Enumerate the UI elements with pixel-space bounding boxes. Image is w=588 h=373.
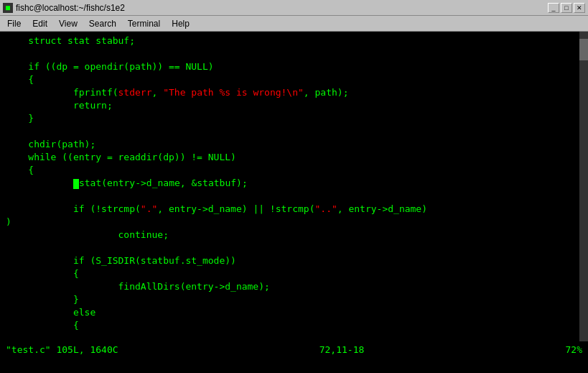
code-line-10: while ((entry = readdir(dp)) != NULL): [6, 151, 582, 164]
code-line-4: {: [6, 73, 582, 86]
window-title: fishc@localhost:~/fishc/s1e2: [16, 3, 125, 13]
terminal-icon: ■: [3, 3, 13, 13]
menu-search[interactable]: Search: [83, 17, 122, 30]
cursor: [73, 179, 79, 189]
code-line-1: struct stat stabuf;: [6, 34, 582, 47]
code-line-8: [6, 125, 582, 138]
scrollbar[interactable]: [579, 32, 588, 341]
code-line-9: chdir(path);: [6, 138, 582, 151]
code-line-6: return;: [6, 99, 582, 112]
code-line-15: ): [6, 216, 582, 229]
maximize-button[interactable]: □: [561, 3, 572, 13]
code-line-12: stat(entry->d_name, &statbuf);: [6, 177, 582, 190]
status-file-info: "test.c" 105L, 1640C: [6, 344, 118, 355]
code-line-13: [6, 190, 582, 203]
menu-view[interactable]: View: [53, 17, 83, 30]
close-button[interactable]: ✕: [574, 3, 585, 13]
menu-edit[interactable]: Edit: [27, 17, 53, 30]
terminal-area[interactable]: struct stat stabuf; if ((dp = opendir(pa…: [0, 32, 588, 357]
code-line-21: }: [6, 293, 582, 306]
code-content: struct stat stabuf; if ((dp = opendir(pa…: [0, 34, 588, 332]
menu-file[interactable]: File: [1, 17, 27, 30]
menu-bar: File Edit View Search Terminal Help: [0, 16, 588, 32]
code-line-16: continue;: [6, 229, 582, 241]
code-line-7: }: [6, 112, 582, 125]
scrollbar-thumb[interactable]: [579, 39, 588, 60]
code-line-18: if (S_ISDIR(statbuf.st_mode)): [6, 254, 582, 267]
code-line-20: findAllDirs(entry->d_name);: [6, 280, 582, 293]
code-line-2: [6, 47, 582, 60]
window-controls[interactable]: _ □ ✕: [548, 3, 585, 13]
code-line-14: if (!strcmp(".", entry->d_name) || !strc…: [6, 203, 582, 216]
minimize-button[interactable]: _: [548, 3, 559, 13]
code-line-23: {: [6, 319, 582, 332]
title-bar: ■ fishc@localhost:~/fishc/s1e2 _ □ ✕: [0, 0, 588, 16]
code-line-5: fprintf(stderr, "The path %s is wrong!\n…: [6, 86, 582, 99]
code-line-22: else: [6, 306, 582, 319]
code-line-11: {: [6, 164, 582, 177]
code-line-3: if ((dp = opendir(path)) == NULL): [6, 60, 582, 73]
status-scroll-percent: 72%: [566, 344, 582, 355]
menu-help[interactable]: Help: [166, 17, 195, 30]
code-line-19: {: [6, 267, 582, 280]
code-line-17: [6, 241, 582, 254]
menu-terminal[interactable]: Terminal: [122, 17, 166, 30]
status-bar: "test.c" 105L, 1640C 72,11-18 72%: [0, 341, 588, 357]
status-position: 72,11-18: [319, 344, 365, 355]
title-bar-left: ■ fishc@localhost:~/fishc/s1e2: [3, 3, 125, 13]
